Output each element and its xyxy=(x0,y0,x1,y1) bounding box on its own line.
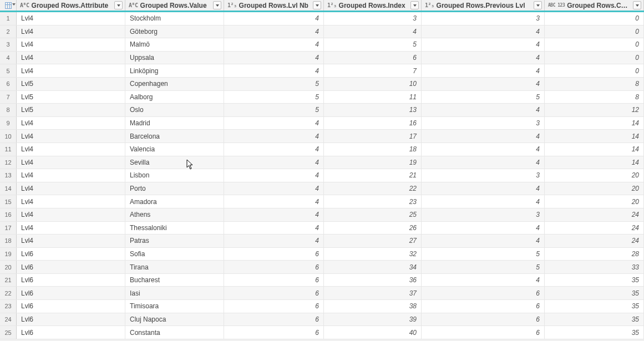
table-row[interactable]: 1Lvl4Stockholm4330 xyxy=(0,12,644,26)
table-row[interactable]: 8Lvl5Oslo513412 xyxy=(0,104,644,117)
cell-attr[interactable]: Lvl6 xyxy=(17,300,125,313)
cell-idx[interactable]: 23 xyxy=(324,195,422,208)
cell-value[interactable]: Cluj Napoca xyxy=(125,313,224,326)
cell-custom[interactable]: 8 xyxy=(545,91,644,104)
cell-value[interactable]: Göteborg xyxy=(125,26,224,38)
cell-prev[interactable]: 4 xyxy=(422,104,545,116)
table-menu-button[interactable] xyxy=(0,0,17,11)
table-row[interactable]: 14Lvl4Porto422420 xyxy=(0,182,644,196)
cell-prev[interactable]: 3 xyxy=(422,208,545,221)
cell-prev[interactable]: 4 xyxy=(422,130,545,142)
cell-value[interactable]: Linköping xyxy=(125,64,224,77)
cell-lvl[interactable]: 4 xyxy=(224,156,324,169)
cell-attr[interactable]: Lvl4 xyxy=(17,235,125,247)
row-number[interactable]: 17 xyxy=(0,222,17,235)
cell-lvl[interactable]: 6 xyxy=(224,300,324,313)
cell-attr[interactable]: Lvl4 xyxy=(17,130,125,142)
cell-lvl[interactable]: 4 xyxy=(224,195,324,208)
cell-value[interactable]: Uppsala xyxy=(125,52,224,64)
cell-prev[interactable]: 5 xyxy=(422,91,545,104)
cell-attr[interactable]: Lvl4 xyxy=(17,52,125,64)
cell-value[interactable]: Thessaloniki xyxy=(125,222,224,235)
filter-button[interactable] xyxy=(114,1,123,9)
cell-idx[interactable]: 19 xyxy=(324,156,422,169)
cell-custom[interactable]: 24 xyxy=(545,235,644,247)
cell-value[interactable]: Oslo xyxy=(125,104,224,116)
cell-value[interactable]: Sevilla xyxy=(125,156,224,169)
cell-value[interactable]: Aalborg xyxy=(125,91,224,104)
cell-custom[interactable]: 0 xyxy=(545,26,644,38)
cell-idx[interactable]: 7 xyxy=(324,64,422,77)
cell-value[interactable]: Tirana xyxy=(125,261,224,273)
cell-value[interactable]: Amadora xyxy=(125,195,224,208)
cell-prev[interactable]: 4 xyxy=(422,64,545,77)
cell-lvl[interactable]: 6 xyxy=(224,248,324,261)
cell-idx[interactable]: 34 xyxy=(324,261,422,273)
cell-attr[interactable]: Lvl4 xyxy=(17,26,125,38)
cell-lvl[interactable]: 6 xyxy=(224,274,324,287)
cell-prev[interactable]: 3 xyxy=(422,12,545,25)
cell-custom[interactable]: 14 xyxy=(545,117,644,130)
cell-lvl[interactable]: 4 xyxy=(224,143,324,156)
table-row[interactable]: 18Lvl4Patras427424 xyxy=(0,235,644,248)
cell-lvl[interactable]: 4 xyxy=(224,117,324,130)
row-number[interactable]: 20 xyxy=(0,261,17,273)
cell-attr[interactable]: Lvl6 xyxy=(17,313,125,326)
cell-prev[interactable]: 4 xyxy=(422,156,545,169)
cell-value[interactable]: Constanta xyxy=(125,326,224,339)
row-number[interactable]: 8 xyxy=(0,104,17,116)
table-row[interactable]: 3Lvl4Malmö4540 xyxy=(0,38,644,52)
cell-custom[interactable]: 35 xyxy=(545,300,644,313)
cell-lvl[interactable]: 5 xyxy=(224,78,324,90)
row-number[interactable]: 19 xyxy=(0,248,17,261)
cell-lvl[interactable]: 4 xyxy=(224,235,324,247)
cell-prev[interactable]: 6 xyxy=(422,313,545,326)
cell-prev[interactable]: 6 xyxy=(422,300,545,313)
cell-attr[interactable]: Lvl6 xyxy=(17,287,125,299)
cell-attr[interactable]: Lvl4 xyxy=(17,169,125,182)
cell-lvl[interactable]: 4 xyxy=(224,26,324,38)
cell-custom[interactable]: 35 xyxy=(545,313,644,326)
table-row[interactable]: 21Lvl6Bucharest636435 xyxy=(0,274,644,287)
cell-prev[interactable]: 6 xyxy=(422,326,545,339)
cell-prev[interactable]: 3 xyxy=(422,169,545,182)
cell-idx[interactable]: 10 xyxy=(324,78,422,90)
cell-attr[interactable]: Lvl5 xyxy=(17,78,125,90)
table-row[interactable]: 17Lvl4Thessaloniki426424 xyxy=(0,222,644,235)
cell-prev[interactable]: 6 xyxy=(422,287,545,299)
cell-prev[interactable]: 4 xyxy=(422,38,545,51)
cell-value[interactable]: Sofia xyxy=(125,248,224,261)
row-number[interactable]: 23 xyxy=(0,300,17,313)
cell-lvl[interactable]: 4 xyxy=(224,222,324,235)
row-number[interactable]: 3 xyxy=(0,38,17,51)
row-number[interactable]: 13 xyxy=(0,169,17,182)
table-row[interactable]: 22Lvl6Iasi637635 xyxy=(0,287,644,300)
table-row[interactable]: 25Lvl6Constanta640635 xyxy=(0,326,644,339)
filter-button[interactable] xyxy=(633,1,641,9)
cell-attr[interactable]: Lvl4 xyxy=(17,156,125,169)
row-number[interactable]: 16 xyxy=(0,208,17,221)
table-row[interactable]: 4Lvl4Uppsala4640 xyxy=(0,52,644,65)
cell-idx[interactable]: 37 xyxy=(324,287,422,299)
row-number[interactable]: 6 xyxy=(0,78,17,90)
cell-attr[interactable]: Lvl5 xyxy=(17,104,125,116)
cell-prev[interactable]: 4 xyxy=(422,274,545,287)
cell-prev[interactable]: 3 xyxy=(422,117,545,130)
cell-idx[interactable]: 17 xyxy=(324,130,422,142)
row-number[interactable]: 15 xyxy=(0,195,17,208)
cell-attr[interactable]: Lvl5 xyxy=(17,91,125,104)
row-number[interactable]: 21 xyxy=(0,274,17,287)
table-row[interactable]: 13Lvl4Lisbon421320 xyxy=(0,169,644,182)
table-row[interactable]: 12Lvl4Sevilla419414 xyxy=(0,156,644,170)
table-row[interactable]: 10Lvl4Barcelona417414 xyxy=(0,130,644,143)
cell-attr[interactable]: Lvl4 xyxy=(17,195,125,208)
cell-lvl[interactable]: 6 xyxy=(224,261,324,273)
row-number[interactable]: 22 xyxy=(0,287,17,299)
table-row[interactable]: 6Lvl5Copenhagen51048 xyxy=(0,78,644,91)
column-header-attribute[interactable]: AᴮC Grouped Rows.Attribute xyxy=(17,0,125,11)
table-row[interactable]: 20Lvl6Tirana634533 xyxy=(0,261,644,274)
cell-custom[interactable]: 0 xyxy=(545,64,644,77)
cell-custom[interactable]: 0 xyxy=(545,12,644,25)
cell-idx[interactable]: 13 xyxy=(324,104,422,116)
row-number[interactable]: 5 xyxy=(0,64,17,77)
